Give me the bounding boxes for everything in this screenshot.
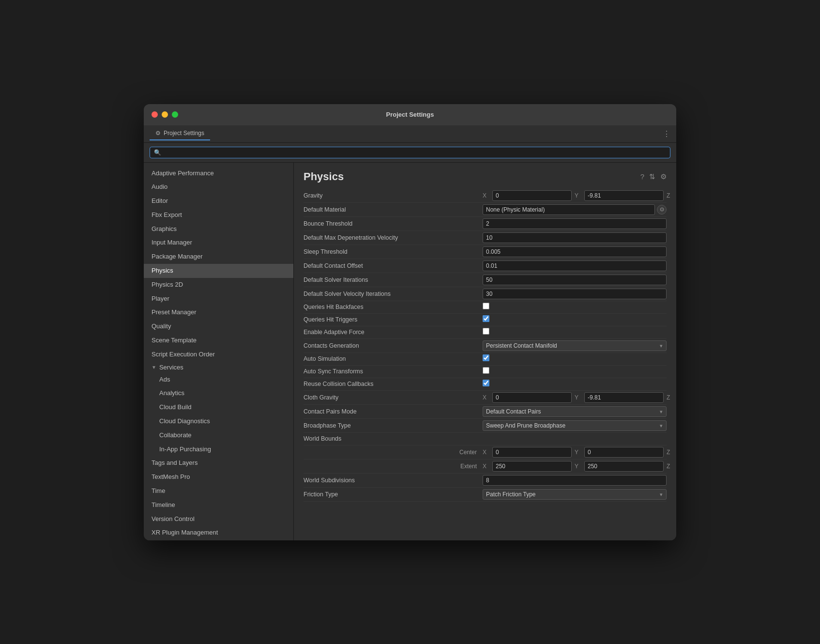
- broadphase-type-value: Sweep And Prune Broadphase Multibox Prun…: [483, 420, 667, 431]
- search-icon: 🔍: [154, 149, 161, 156]
- sidebar-item-collaborate[interactable]: Collaborate: [144, 429, 293, 443]
- default-solver-iterations-label: Default Solver Iterations: [304, 276, 483, 283]
- queries-hit-backfaces-label: Queries Hit Backfaces: [304, 304, 483, 310]
- world-subdivisions-input[interactable]: [483, 475, 667, 486]
- enable-adaptive-force-checkbox[interactable]: [483, 328, 489, 335]
- sidebar-item-cloud-build[interactable]: Cloud Build: [144, 400, 293, 414]
- bounce-threshold-input[interactable]: [483, 218, 667, 229]
- contact-pairs-mode-value: Default Contact Pairs Enable Kinematic K…: [483, 406, 667, 417]
- queries-hit-backfaces-checkbox[interactable]: [483, 303, 489, 309]
- sidebar-item-audio[interactable]: Audio: [144, 180, 293, 194]
- sidebar-item-scene-template[interactable]: Scene Template: [144, 334, 293, 348]
- auto-simulation-row: Auto Simulation: [304, 353, 667, 366]
- help-icon[interactable]: ?: [640, 172, 644, 181]
- sidebar-item-graphics[interactable]: Graphics: [144, 222, 293, 236]
- sleep-threshold-label: Sleep Threshold: [304, 248, 483, 255]
- cloth-gravity-z-label: Z: [667, 394, 673, 401]
- default-solver-velocity-iterations-input[interactable]: [483, 289, 667, 299]
- bounce-threshold-label: Bounce Threshold: [304, 220, 483, 227]
- default-max-depenetration-velocity-label: Default Max Depenetration Velocity: [304, 234, 483, 241]
- bounce-threshold-row: Bounce Threshold: [304, 217, 667, 231]
- gravity-x-input[interactable]: [492, 190, 572, 201]
- sleep-threshold-input[interactable]: [483, 246, 667, 257]
- contact-pairs-mode-select[interactable]: Default Contact Pairs Enable Kinematic K…: [483, 406, 667, 417]
- sidebar-item-preset-manager[interactable]: Preset Manager: [144, 306, 293, 320]
- sidebar-item-cloud-diagnostics[interactable]: Cloud Diagnostics: [144, 414, 293, 429]
- default-material-pick-button[interactable]: ⊙: [657, 205, 667, 215]
- world-bounds-row: World Bounds: [304, 433, 667, 445]
- sidebar-item-package-manager[interactable]: Package Manager: [144, 250, 293, 264]
- queries-hit-triggers-label: Queries Hit Triggers: [304, 316, 483, 323]
- sidebar-item-player[interactable]: Player: [144, 292, 293, 306]
- world-bounds-center-row: Center X Y Z: [304, 445, 667, 460]
- sidebar-item-input-manager[interactable]: Input Manager: [144, 236, 293, 250]
- sidebar-item-time[interactable]: Time: [144, 484, 293, 498]
- center-y-input[interactable]: [584, 447, 664, 458]
- default-contact-offset-label: Default Contact Offset: [304, 262, 483, 269]
- sidebar-item-physics-2d[interactable]: Physics 2D: [144, 278, 293, 292]
- cloth-gravity-y-label: Y: [575, 394, 581, 401]
- settings-icon[interactable]: ⚙: [660, 172, 667, 181]
- default-material-input[interactable]: [483, 204, 655, 215]
- default-solver-velocity-iterations-value: [483, 289, 667, 299]
- sidebar-item-tags-and-layers[interactable]: Tags and Layers: [144, 456, 293, 470]
- sidebar-item-timeline[interactable]: Timeline: [144, 498, 293, 512]
- project-settings-tab[interactable]: ⚙ Project Settings: [150, 127, 210, 140]
- search-input[interactable]: [164, 149, 666, 156]
- auto-simulation-checkbox[interactable]: [483, 354, 489, 361]
- extent-y-input[interactable]: [584, 461, 664, 472]
- cloth-gravity-x-input[interactable]: [492, 392, 572, 403]
- sidebar-item-fbx-export[interactable]: Fbx Export: [144, 208, 293, 222]
- sidebar-item-in-app-purchasing[interactable]: In-App Purchasing: [144, 443, 293, 457]
- minimize-button[interactable]: [162, 111, 168, 118]
- auto-sync-transforms-checkbox[interactable]: [483, 367, 489, 374]
- world-bounds-center-label: Center: [304, 449, 483, 456]
- friction-type-select[interactable]: Patch Friction Type One Directional Fric…: [483, 489, 667, 500]
- extent-z-label: Z: [667, 463, 673, 470]
- sidebar-item-editor[interactable]: Editor: [144, 194, 293, 208]
- content-panel: Physics ? ⇅ ⚙ Gravity X Y: [294, 163, 676, 540]
- gravity-y-input[interactable]: [584, 190, 664, 201]
- sidebar-item-adaptive-performance[interactable]: Adaptive Performance: [144, 167, 293, 181]
- contact-pairs-mode-label: Contact Pairs Mode: [304, 408, 483, 415]
- sidebar-item-textmesh-pro[interactable]: TextMesh Pro: [144, 470, 293, 484]
- tab-menu-icon[interactable]: ⋮: [663, 129, 670, 138]
- contacts-generation-select[interactable]: Persistent Contact Manifold Legacy Conta…: [483, 340, 667, 351]
- friction-type-row: Friction Type Patch Friction Type One Di…: [304, 488, 667, 502]
- services-label: Services: [159, 364, 183, 371]
- world-subdivisions-label: World Subdivisions: [304, 477, 483, 484]
- sidebar-item-analytics[interactable]: Analytics: [144, 386, 293, 400]
- center-x-input[interactable]: [492, 447, 572, 458]
- auto-sync-transforms-value: [483, 367, 667, 376]
- sidebar-item-script-execution-order[interactable]: Script Execution Order: [144, 348, 293, 362]
- default-max-depenetration-velocity-input[interactable]: [483, 232, 667, 243]
- maximize-button[interactable]: [172, 111, 178, 118]
- preset-icon[interactable]: ⇅: [649, 172, 655, 181]
- reuse-collision-callbacks-checkbox[interactable]: [483, 380, 489, 386]
- sidebar-item-quality[interactable]: Quality: [144, 320, 293, 334]
- world-subdivisions-value: [483, 475, 667, 486]
- cloth-gravity-y-input[interactable]: [584, 392, 664, 403]
- broadphase-type-select[interactable]: Sweep And Prune Broadphase Multibox Prun…: [483, 420, 667, 431]
- cloth-gravity-value: X Y Z: [483, 392, 676, 403]
- world-bounds-center-value: X Y Z: [483, 447, 676, 458]
- queries-hit-backfaces-row: Queries Hit Backfaces: [304, 301, 667, 314]
- default-solver-iterations-row: Default Solver Iterations: [304, 273, 667, 287]
- cloth-gravity-x-label: X: [483, 394, 489, 401]
- queries-hit-triggers-checkbox[interactable]: [483, 315, 489, 322]
- sidebar-item-physics[interactable]: Physics: [144, 264, 293, 278]
- project-settings-window: Project Settings ⚙ Project Settings ⋮ 🔍 …: [144, 104, 676, 540]
- queries-hit-triggers-row: Queries Hit Triggers: [304, 314, 667, 326]
- default-solver-velocity-iterations-label: Default Solver Velocity Iterations: [304, 291, 483, 297]
- extent-x-input[interactable]: [492, 461, 572, 472]
- sidebar-item-version-control[interactable]: Version Control: [144, 512, 293, 526]
- reuse-collision-callbacks-row: Reuse Collision Callbacks: [304, 378, 667, 391]
- sidebar-services-header[interactable]: ▼ Services: [144, 362, 293, 373]
- sidebar-item-xr-plugin-management[interactable]: XR Plugin Management: [144, 526, 293, 540]
- enable-adaptive-force-row: Enable Adaptive Force: [304, 326, 667, 339]
- sidebar-item-ads[interactable]: Ads: [144, 373, 293, 387]
- close-button[interactable]: [152, 111, 158, 118]
- friction-type-label: Friction Type: [304, 491, 483, 498]
- default-contact-offset-input[interactable]: [483, 261, 667, 271]
- default-solver-iterations-input[interactable]: [483, 275, 667, 285]
